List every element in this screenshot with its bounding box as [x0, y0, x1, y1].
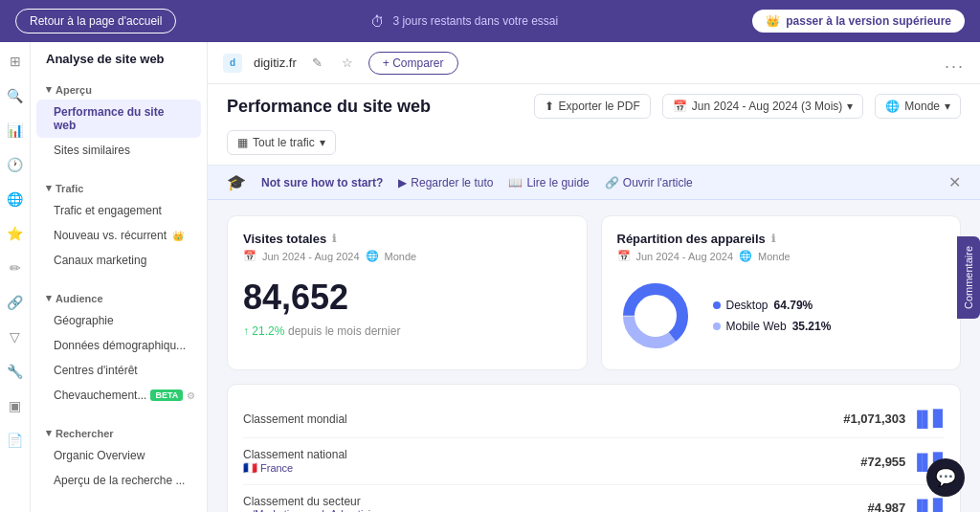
globe-icon[interactable]: 🌐	[4, 188, 27, 211]
desktop-legend-item: Desktop 64.79%	[713, 299, 832, 312]
bar-chart-icon[interactable]: ▐▌▊	[911, 410, 945, 428]
clock-icon[interactable]: 🕐	[4, 153, 27, 176]
link-icon: 🔗	[605, 176, 619, 189]
sidebar-title: Analyse de site web	[31, 42, 207, 70]
ranking-row-secteur: Classement du secteur .../Marketing_and_…	[243, 485, 945, 512]
beta-badge: BETA	[150, 390, 183, 401]
star-site-button[interactable]: ☆	[338, 52, 357, 74]
visits-card: Visites totales ℹ 📅 Jun 2024 - Aug 2024 …	[227, 215, 588, 370]
sidebar-item-chevauchement[interactable]: Chevauchement... BETA ⚙	[31, 383, 207, 408]
sidebar-item-similaires[interactable]: Sites similaires	[31, 138, 207, 163]
top-bar: Retour à la page d'accueil ⏱ 3 jours res…	[0, 0, 980, 42]
visits-value: 84,652	[243, 278, 571, 318]
back-button[interactable]: Retour à la page d'accueil	[15, 9, 176, 33]
sidebar-item-apercu-recherche[interactable]: Aperçu de la recherche ...	[31, 468, 207, 493]
crown-icon-small: 👑	[172, 231, 184, 241]
flag-icon: 🇫🇷	[243, 461, 257, 475]
mobile-legend-item: Mobile Web 35.21%	[713, 320, 832, 333]
export-pdf-button[interactable]: ⬆ Exporter le PDF	[534, 94, 651, 119]
sidebar-item-centres[interactable]: Centres d'intérêt	[31, 358, 207, 383]
ranking-mondial-label: Classement mondial	[243, 412, 347, 426]
section-apercu-title[interactable]: ▾ Aperçu	[31, 76, 207, 100]
chat-bubble[interactable]: 💬	[926, 458, 965, 497]
left-icon-bar: ⊞ 🔍 📊 🕐 🌐 ⭐ ✏ 🔗 ▽ 🔧 ▣ 📄	[0, 42, 31, 512]
page-icon[interactable]: 📄	[4, 429, 27, 452]
link-icon[interactable]: 🔗	[4, 291, 27, 314]
devices-info-icon[interactable]: ℹ	[771, 233, 775, 245]
chevron-down-icon: ▾	[46, 83, 52, 96]
sidebar: Analyse de site web ▾ Aperçu Performance…	[31, 42, 208, 512]
desktop-dot	[713, 301, 721, 309]
watch-link[interactable]: ▶ Regarder le tuto	[398, 176, 493, 189]
globe-icon-sm2: 🌐	[739, 250, 752, 262]
play-icon: ▶	[398, 176, 407, 189]
rankings-card: Classement mondial #1,071,303 ▐▌▊ Classe…	[227, 384, 961, 512]
chevron-down-icon: ▾	[46, 427, 52, 439]
traffic-button[interactable]: ▦ Tout le trafic ▾	[227, 130, 336, 155]
edit-icon[interactable]: ✏	[4, 256, 27, 279]
chevron-down-icon: ▾	[46, 182, 52, 194]
sidebar-section-audience: ▾ Audience Géographie Données démographi…	[31, 278, 207, 413]
sidebar-item-geographie[interactable]: Géographie	[31, 308, 207, 333]
section-rechercher-title[interactable]: ▾ Rechercher	[31, 419, 207, 443]
section-audience-title[interactable]: ▾ Audience	[31, 284, 207, 308]
devices-card-subtitle: 📅 Jun 2024 - Aug 2024 🌐 Monde	[617, 250, 946, 262]
visits-card-subtitle: 📅 Jun 2024 - Aug 2024 🌐 Monde	[243, 250, 571, 262]
layout-icon[interactable]: ▣	[4, 394, 27, 417]
mobile-dot	[713, 323, 721, 330]
devices-legend: Desktop 64.79% Mobile Web 35.21%	[713, 299, 832, 333]
date-range-button[interactable]: 📅 Jun 2024 - Aug 2024 (3 Mois) ▾	[662, 94, 863, 119]
chat-icon: 💬	[935, 467, 956, 488]
tool-icon[interactable]: 🔧	[4, 360, 27, 383]
upgrade-button[interactable]: 👑 passer à la version supérieure	[752, 10, 965, 33]
chart-icon[interactable]: 📊	[4, 119, 27, 142]
globe-icon-sm: 🌐	[366, 250, 379, 262]
visits-card-title: Visites totales ℹ	[243, 232, 571, 246]
info-icon[interactable]: ℹ	[332, 233, 336, 245]
chevron-icon: ▾	[945, 100, 950, 113]
bar-chart-icon3[interactable]: ▐▌▊	[911, 499, 945, 513]
search-icon[interactable]: 🔍	[4, 84, 27, 107]
top-cards-row: Visites totales ℹ 📅 Jun 2024 - Aug 2024 …	[227, 215, 961, 370]
edit-site-button[interactable]: ✎	[308, 52, 326, 74]
globe-icon: 🌐	[885, 100, 900, 113]
ranking-secteur-value: #4,987 ▐▌▊	[868, 499, 945, 513]
page-title: Performance du site web	[227, 97, 431, 117]
read-guide-link[interactable]: 📖 Lire le guide	[508, 176, 589, 189]
ranking-mondial-value: #1,071,303 ▐▌▊	[843, 410, 945, 428]
open-article-link[interactable]: 🔗 Ouvrir l'article	[605, 176, 693, 189]
calendar-icon: 📅	[673, 100, 687, 113]
compare-button[interactable]: + Comparer	[368, 52, 458, 75]
trial-info: ⏱ 3 jours restants dans votre essai	[370, 13, 558, 30]
more-options-button[interactable]: ...	[945, 53, 965, 73]
sidebar-item-canaux[interactable]: Canaux marketing	[31, 248, 207, 273]
section-referral-title[interactable]: ▾ Referral	[31, 504, 207, 512]
region-button[interactable]: 🌐 Monde ▾	[875, 94, 961, 119]
home-icon[interactable]: ⊞	[4, 50, 27, 73]
sidebar-item-organic-overview[interactable]: Organic Overview	[31, 443, 207, 468]
crown-icon: 👑	[766, 14, 780, 28]
sidebar-item-trafic-engagement[interactable]: Trafic et engagement	[31, 198, 207, 223]
ranking-national-sub: 🇫🇷 France	[243, 461, 347, 475]
export-icon: ⬆	[545, 100, 554, 113]
france-link[interactable]: France	[260, 462, 293, 474]
trial-text: 3 jours restants dans votre essai	[392, 14, 558, 28]
sidebar-section-rechercher: ▾ Rechercher Organic Overview Aperçu de …	[31, 413, 207, 499]
section-trafic-title[interactable]: ▾ Trafic	[31, 174, 207, 198]
calendar-icon-sm: 📅	[243, 250, 256, 262]
ranking-secteur-sub: .../Marketing_and_Advertising	[243, 508, 383, 512]
funnel-icon[interactable]: ▽	[4, 325, 27, 348]
sector-link[interactable]: .../Marketing_and_Advertising	[243, 508, 383, 512]
sidebar-item-performance[interactable]: Performance du site web	[36, 100, 201, 138]
sidebar-section-referral: ▾ Referral Trafic entrant Trafic sortant	[31, 499, 207, 512]
info-bar-close-button[interactable]: ✕	[948, 173, 961, 191]
visits-growth: ↑ 21.2% depuis le mois dernier	[243, 323, 571, 338]
sidebar-item-donnees[interactable]: Données démographiqu...	[31, 333, 207, 358]
cards-area: Visites totales ℹ 📅 Jun 2024 - Aug 2024 …	[208, 200, 980, 512]
ranking-row-national: Classement national 🇫🇷 France #72,955 ▐▌…	[243, 438, 945, 485]
comment-tab[interactable]: Commentaire	[957, 235, 980, 318]
content-area: d digitiz.fr ✎ ☆ + Comparer ... Performa…	[208, 42, 980, 512]
sidebar-section-apercu: ▾ Aperçu Performance du site web Sites s…	[31, 70, 207, 168]
star-icon[interactable]: ⭐	[4, 222, 27, 245]
sidebar-item-nouveau-recurrent[interactable]: Nouveau vs. récurrent 👑	[31, 223, 207, 248]
